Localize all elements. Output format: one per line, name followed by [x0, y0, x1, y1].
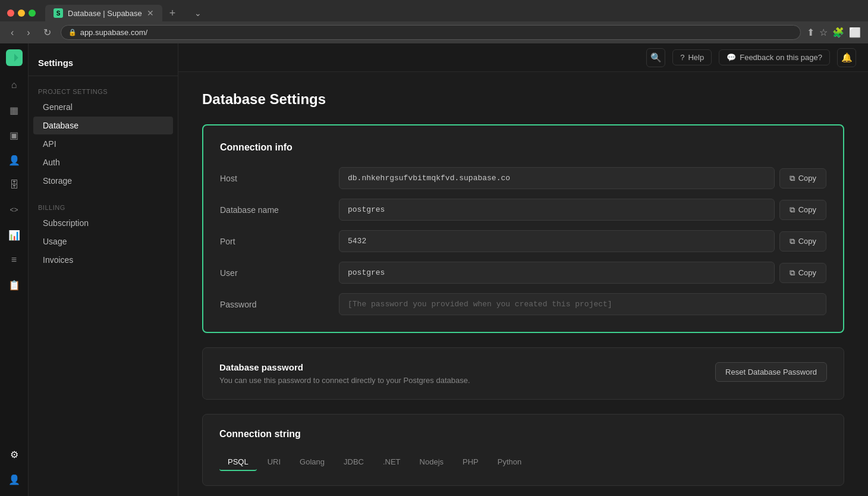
user-value: postgres [339, 262, 775, 284]
extensions-btn[interactable]: 🧩 [832, 27, 844, 38]
sidebar-item-auth-label: Auth [43, 158, 60, 167]
address-bar: ‹ › ↻ 🔒 app.supabase.com/ ⬆ ☆ 🧩 ⬜ [0, 21, 868, 43]
chevron-down-icon: ⌄ [194, 8, 202, 18]
user-value-wrap: postgres ⧉ Copy [339, 262, 826, 284]
sidebar-icon-code[interactable]: <> [4, 199, 25, 221]
sidebar-item-api[interactable]: API [33, 135, 173, 153]
sidebar-icon-table[interactable]: ▦ [4, 99, 25, 121]
close-window-btn[interactable] [7, 10, 14, 17]
database-name-copy-button[interactable]: ⧉ Copy [779, 200, 826, 220]
feedback-button[interactable]: 💬 Feedback on this page? [719, 49, 830, 65]
browser-chrome: S Database | Supabase ✕ + ⌄ ‹ › ↻ 🔒 app.… [0, 0, 868, 43]
password-field-row: Password [The password you provided when… [220, 293, 826, 315]
database-password-description: You can use this password to connect dir… [219, 376, 470, 385]
tab-close-btn[interactable]: ✕ [147, 8, 154, 18]
back-btn[interactable]: ‹ [7, 26, 17, 39]
new-tab-btn[interactable]: + [165, 7, 181, 20]
sidebar-inner: ⌂ ▦ ▣ 👤 🗄 <> 📊 ≡ 📋 ⚙ 👤 Settings Proj [0, 43, 178, 496]
copy-icon-4: ⧉ [790, 268, 795, 278]
supabase-logo[interactable] [6, 49, 23, 66]
traffic-lights [7, 10, 36, 17]
sidebar-icon-user-profile[interactable]: 👤 [4, 469, 25, 490]
password-value-wrap: [The password you provided when you crea… [339, 293, 826, 315]
conn-tab-jdbc[interactable]: JDBC [335, 454, 372, 471]
connection-info-card: Connection info Host db.nhkehrgsufvbitmq… [202, 124, 844, 333]
url-text: app.supabase.com/ [80, 28, 147, 37]
copy-icon-2: ⧉ [790, 205, 795, 215]
app-header: 🔍 ? Help 💬 Feedback on this page? 🔔 [178, 43, 868, 72]
sidebar-item-subscription-label: Subscription [43, 218, 89, 228]
sidebar-icon-reports[interactable]: 📋 [4, 274, 25, 296]
copy-icon: ⧉ [790, 174, 795, 183]
sidebar-item-usage[interactable]: Usage [33, 233, 173, 250]
port-value-wrap: 5432 ⧉ Copy [339, 230, 826, 252]
sidebar-item-storage[interactable]: Storage [33, 172, 173, 190]
port-label: Port [220, 237, 339, 246]
database-name-value-wrap: postgres ⧉ Copy [339, 199, 826, 221]
sidebar-icon-storage[interactable]: 🗄 [4, 174, 25, 196]
sidebar-icon-settings[interactable]: ⚙ [4, 444, 25, 465]
sidebar-icon-column: ⌂ ▦ ▣ 👤 🗄 <> 📊 ≡ 📋 ⚙ 👤 [0, 43, 29, 496]
copy-icon-3: ⧉ [790, 237, 795, 246]
forward-btn[interactable]: › [23, 26, 33, 39]
sidebar-icon-home[interactable]: ⌂ [4, 74, 25, 96]
password-placeholder: [The password you provided when you crea… [339, 293, 826, 315]
connection-string-card: Connection string PSQL URI Golang JDBC .… [202, 414, 844, 486]
help-button[interactable]: ? Help [672, 49, 712, 65]
sidebar-icon-users[interactable]: 👤 [4, 149, 25, 171]
conn-tab-python[interactable]: Python [489, 454, 530, 471]
search-button[interactable]: 🔍 [646, 48, 665, 67]
database-password-card: Database password You can use this passw… [202, 347, 844, 400]
port-copy-button[interactable]: ⧉ Copy [779, 231, 826, 252]
content-area: Database Settings Connection info Host d… [178, 72, 868, 496]
reset-password-button[interactable]: Reset Database Password [715, 362, 827, 382]
host-field-row: Host db.nhkehrgsufvbitmqkfvd.supabase.co… [220, 167, 826, 189]
sidebar-item-subscription[interactable]: Subscription [33, 214, 173, 232]
conn-tab-php[interactable]: PHP [454, 454, 487, 471]
port-copy-label: Copy [798, 237, 816, 246]
reader-view-btn[interactable]: ⬜ [849, 27, 861, 38]
sidebar-item-usage-label: Usage [43, 237, 67, 246]
maximize-window-btn[interactable] [29, 10, 36, 17]
tab-title: Database | Supabase [68, 9, 142, 18]
connection-info-title: Connection info [220, 142, 826, 153]
sidebar-icon-media[interactable]: ▣ [4, 124, 25, 146]
share-btn[interactable]: ⬆ [807, 27, 814, 38]
host-copy-button[interactable]: ⧉ Copy [779, 168, 826, 189]
bookmark-btn[interactable]: ☆ [819, 27, 828, 38]
sidebar-icon-chart[interactable]: 📊 [4, 224, 25, 246]
conn-tab-nodejs[interactable]: Nodejs [411, 454, 452, 471]
browser-actions: ⬆ ☆ 🧩 ⬜ [807, 27, 861, 38]
tab-bar: S Database | Supabase ✕ + ⌄ [0, 0, 868, 21]
sidebar-item-invoices[interactable]: Invoices [33, 251, 173, 269]
sidebar-item-invoices-label: Invoices [43, 255, 73, 265]
database-name-field-row: Database name postgres ⧉ Copy [220, 199, 826, 221]
database-name-copy-label: Copy [798, 205, 816, 214]
conn-tab-psql[interactable]: PSQL [219, 454, 257, 471]
port-value: 5432 [339, 230, 775, 252]
user-copy-button[interactable]: ⧉ Copy [779, 263, 826, 283]
url-bar[interactable]: 🔒 app.supabase.com/ [61, 25, 801, 40]
connection-string-tabs: PSQL URI Golang JDBC .NET Nodejs PHP Pyt… [219, 454, 827, 471]
user-label: User [220, 268, 339, 278]
project-settings-label: Project Settings [29, 83, 178, 98]
sidebar-item-database-label: Database [43, 121, 78, 130]
user-field-row: User postgres ⧉ Copy [220, 262, 826, 284]
database-password-text: Database password You can use this passw… [219, 362, 470, 385]
conn-tab-net[interactable]: .NET [375, 454, 409, 471]
sidebar-item-database[interactable]: Database [33, 117, 173, 134]
conn-tab-uri[interactable]: URI [259, 454, 289, 471]
password-label: Password [220, 300, 339, 309]
lock-icon: 🔒 [68, 29, 77, 36]
minimize-window-btn[interactable] [18, 10, 25, 17]
conn-tab-golang[interactable]: Golang [291, 454, 333, 471]
notification-button[interactable]: 🔔 [837, 48, 856, 67]
sidebar-icon-logs[interactable]: ≡ [4, 249, 25, 271]
host-value: db.nhkehrgsufvbitmqkfvd.supabase.co [339, 167, 775, 189]
sidebar-item-api-label: API [43, 139, 56, 149]
page-title: Database Settings [202, 91, 844, 108]
sidebar-item-general[interactable]: General [33, 98, 173, 116]
refresh-btn[interactable]: ↻ [40, 26, 55, 39]
browser-tab[interactable]: S Database | Supabase ✕ [45, 5, 162, 21]
sidebar-item-auth[interactable]: Auth [33, 153, 173, 171]
